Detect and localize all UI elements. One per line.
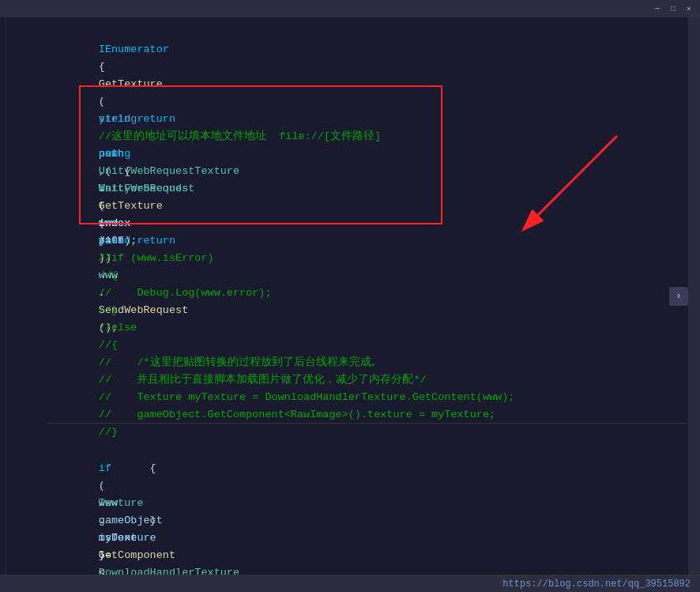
code-text: { — [99, 462, 156, 474]
code-text — [99, 497, 175, 509]
code-text — [99, 322, 124, 334]
code-text — [99, 374, 124, 386]
code-text: { — [99, 61, 105, 73]
class-dlht: DownloadHandlerTexture — [99, 567, 239, 575]
code-text — [99, 96, 124, 107]
fn-gettexture: GetTexture — [99, 200, 163, 212]
status-bar: https://blog.csdn.net/qq_39515892 — [0, 575, 700, 592]
code-text — [99, 409, 124, 420]
code-text — [99, 270, 124, 281]
code-text — [99, 480, 175, 492]
function-name: GetTexture — [99, 78, 163, 90]
code-text — [99, 339, 124, 351]
code-text — [99, 130, 124, 142]
code-text: < — [99, 567, 105, 575]
code-text: { — [99, 165, 131, 177]
scroll-right-button[interactable]: › — [669, 287, 688, 306]
code-text — [99, 113, 124, 125]
comment-texture-line: // Texture myTexture = DownloadHandlerTe… — [99, 391, 515, 403]
left-gutter — [0, 17, 6, 575]
code-text — [99, 287, 124, 299]
titlebar: ─ □ ✕ — [0, 0, 700, 17]
code-line: // /*这里把贴图转换的过程放到了后台线程来完成, — [47, 319, 688, 337]
code-line: //} — [47, 267, 688, 285]
close-button[interactable]: ✕ — [684, 4, 694, 13]
code-text — [99, 445, 150, 457]
comment-gameobj: // gameObject.GetComponent<RawImage>().t… — [99, 409, 495, 420]
code-text — [99, 391, 124, 403]
url-link[interactable]: https://blog.csdn.net/qq_39515892 — [502, 579, 691, 590]
line-numbers — [6, 17, 38, 575]
code-line: IEnumerator GetTexture ( string path , i… — [47, 24, 688, 41]
minimize-button[interactable]: ─ — [653, 4, 662, 13]
comment-address: //这里的地址可以填本地文件地址 file://[文件路径] — [99, 130, 381, 142]
comment-brace-close2: //} — [99, 426, 118, 438]
code-line: //这里的地址可以填本地文件地址 file://[文件路径] — [47, 93, 688, 111]
code-line: if ( www . isDone ) — [47, 425, 688, 443]
code-text: } — [99, 515, 156, 526]
comment-texture-bg1: // /*这里把贴图转换的过程放到了后台线程来完成, — [99, 356, 378, 368]
code-line — [47, 58, 688, 76]
code-content: IEnumerator GetTexture ( string path , i… — [38, 17, 688, 575]
code-text: } — [99, 549, 105, 561]
var-mytexture: myTexture — [99, 532, 156, 544]
keyword-ienumerator: IEnumerator — [99, 43, 169, 55]
class-unitywebrequest: UnityWebRequest — [99, 183, 195, 194]
comment-texture-bg2: // 并且相比于直接脚本加载图片做了优化，减少了内存分配*/ — [99, 374, 427, 386]
code-text — [99, 304, 124, 316]
code-text — [99, 356, 124, 368]
code-text — [99, 148, 150, 160]
code-text: . — [99, 532, 105, 544]
code-text — [99, 252, 124, 264]
code-text — [99, 217, 150, 229]
window: ─ □ ✕ — [0, 0, 700, 592]
fn-getcomp: GetComponent — [99, 549, 175, 561]
code-line: // 并且相比于直接脚本加载图片做了优化，减少了内存分配*/ — [47, 337, 688, 354]
code-text: . — [99, 183, 105, 194]
maximize-button[interactable]: □ — [668, 4, 678, 13]
code-editor: IEnumerator GetTexture ( string path , i… — [0, 17, 700, 575]
code-text — [99, 235, 124, 247]
comment-debug: // Debug.Log(www.error); — [99, 287, 272, 299]
scrollbar — [688, 17, 700, 575]
